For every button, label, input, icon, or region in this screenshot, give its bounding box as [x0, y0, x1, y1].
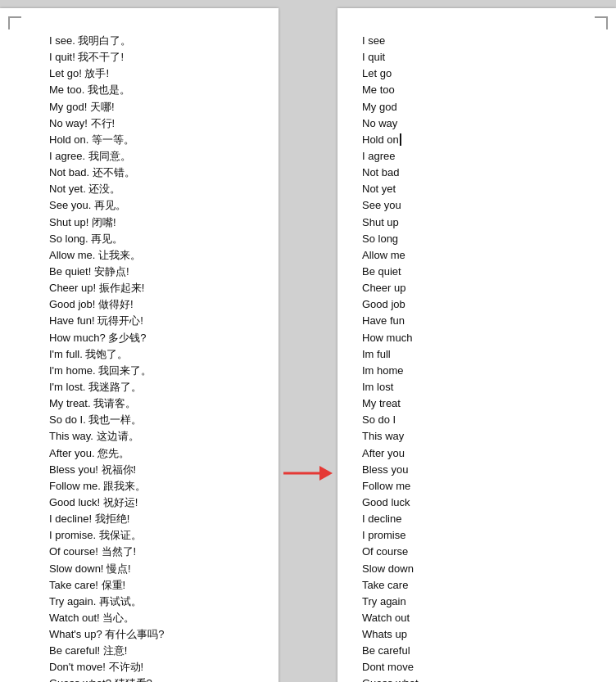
left-phrase-22: My treat. 我请客。: [49, 395, 262, 412]
english-text: I'm full.: [49, 348, 83, 360]
left-phrase-25: After you. 您先。: [49, 445, 262, 462]
chinese-text: 当然了!: [102, 545, 137, 558]
english-text: Watch out!: [49, 612, 100, 624]
english-text: Good job!: [49, 298, 95, 310]
left-phrase-36: What's up? 有什么事吗?: [49, 626, 262, 643]
right-phrase-25: After you: [362, 445, 600, 462]
chinese-text: 您先。: [97, 447, 129, 459]
right-phrase-36: Whats up: [362, 626, 600, 643]
left-phrase-14: Be quiet! 安静点!: [49, 264, 262, 280]
left-phrase-31: Of course! 当然了!: [49, 544, 262, 560]
main-container: I see. 我明白了。I quit! 我不干了!Let go! 放手!Me t…: [0, 8, 616, 682]
left-phrase-35: Watch out! 当心。: [49, 610, 262, 626]
left-phrase-0: I see. 我明白了。: [49, 33, 262, 49]
page-corner-left: [8, 16, 21, 29]
chinese-text: 祝福你!: [102, 463, 137, 476]
chinese-text: 再见。: [91, 233, 123, 245]
english-text: Good luck!: [49, 496, 100, 508]
left-phrase-1: I quit! 我不干了!: [49, 49, 262, 65]
right-phrase-22: My treat: [362, 395, 600, 412]
right-phrase-31: Of course: [362, 544, 600, 560]
english-text: Have fun!: [49, 314, 95, 327]
right-phrase-10: See you: [362, 197, 600, 214]
left-phrase-7: I agree. 我同意。: [49, 148, 262, 165]
right-phrase-13: Allow me: [362, 247, 600, 264]
english-text: I quit!: [49, 51, 75, 63]
left-phrase-27: Follow me. 跟我来。: [49, 478, 262, 495]
right-phrase-17: Have fun: [362, 313, 600, 329]
english-text: Slow down!: [49, 562, 103, 575]
chinese-text: 我饱了。: [85, 348, 128, 360]
chinese-text: 我拒绝!: [95, 513, 130, 525]
english-text: No way!: [49, 117, 88, 129]
right-phrase-27: Follow me: [362, 478, 600, 495]
english-text: After you.: [49, 447, 95, 459]
left-phrase-30: I promise. 我保证。: [49, 527, 262, 544]
chinese-text: 我也是。: [88, 84, 130, 96]
right-phrase-11: Shut up: [362, 215, 600, 231]
right-phrase-28: Good luck: [362, 495, 600, 511]
chinese-text: 保重!: [102, 579, 126, 591]
chinese-text: 再见。: [94, 199, 126, 211]
english-text: Not bad.: [49, 166, 89, 178]
right-phrase-1: I quit: [362, 49, 600, 65]
chinese-text: 不行!: [91, 117, 116, 129]
right-phrase-30: I promise: [362, 527, 600, 544]
right-phrase-38: Dont move: [362, 659, 600, 675]
right-phrases-list: I seeI quitLet goMe tooMy godNo wayHold …: [362, 33, 600, 682]
right-phrase-23: So do I: [362, 412, 600, 428]
chinese-text: 我请客。: [93, 397, 136, 409]
right-phrase-39: Guess what: [362, 675, 600, 682]
right-phrase-3: Me too: [362, 82, 600, 98]
english-text: Follow me.: [49, 480, 101, 492]
english-text: See you.: [49, 199, 91, 211]
right-phrase-6: Hold on: [362, 132, 600, 148]
english-text: Cheer up!: [49, 282, 96, 294]
english-text: Be careful!: [49, 644, 100, 657]
left-phrase-11: Shut up! 闭嘴!: [49, 215, 262, 231]
right-phrase-21: Im lost: [362, 379, 600, 395]
english-text: Not yet.: [49, 183, 86, 195]
english-text: I'm lost.: [49, 381, 85, 393]
english-text: My god!: [49, 101, 87, 113]
right-phrase-7: I agree: [362, 148, 600, 165]
left-phrase-34: Try again. 再试试。: [49, 594, 262, 610]
text-cursor: [400, 133, 401, 146]
english-text: I agree.: [49, 150, 85, 162]
chinese-text: 我同意。: [88, 150, 131, 162]
english-text: Guess what?: [49, 677, 111, 682]
right-phrase-5: No way: [362, 115, 600, 132]
arrow-head: [319, 466, 333, 481]
chinese-text: 注意!: [103, 644, 128, 657]
english-text: I promise.: [49, 529, 96, 541]
right-phrase-12: So long: [362, 231, 600, 247]
chinese-text: 多少钱?: [108, 332, 146, 344]
right-phrase-37: Be careful: [362, 643, 600, 659]
left-phrases-list: I see. 我明白了。I quit! 我不干了!Let go! 放手!Me t…: [49, 33, 262, 682]
chinese-text: 我迷路了。: [88, 381, 142, 393]
left-phrase-24: This way. 这边请。: [49, 428, 262, 445]
right-phrase-14: Be quiet: [362, 264, 600, 280]
right-phrase-32: Slow down: [362, 561, 600, 577]
left-phrase-20: I'm home. 我回来了。: [49, 363, 262, 379]
right-phrase-20: Im home: [362, 363, 600, 379]
english-text: Bless you!: [49, 463, 98, 476]
english-text: Shut up!: [49, 216, 88, 228]
right-phrase-2: Let go: [362, 65, 600, 82]
chinese-text: 振作起来!: [99, 282, 145, 294]
right-phrase-19: Im full: [362, 346, 600, 363]
chinese-text: 我保证。: [99, 529, 142, 541]
english-text: Of course!: [49, 545, 98, 558]
english-text: Let go!: [49, 67, 82, 79]
chinese-text: 这边请。: [97, 430, 139, 442]
right-phrase-4: My god: [362, 99, 600, 115]
chinese-text: 我也一样。: [88, 413, 142, 426]
chinese-text: 玩得开心!: [97, 314, 143, 327]
chinese-text: 闭嘴!: [92, 216, 116, 228]
english-text: So do I.: [49, 413, 86, 426]
left-page: I see. 我明白了。I quit! 我不干了!Let go! 放手!Me t…: [0, 8, 279, 682]
left-phrase-32: Slow down! 慢点!: [49, 561, 262, 577]
right-phrase-16: Good job: [362, 296, 600, 313]
chinese-text: 慢点!: [106, 562, 131, 575]
english-text: Don't move!: [49, 661, 106, 673]
